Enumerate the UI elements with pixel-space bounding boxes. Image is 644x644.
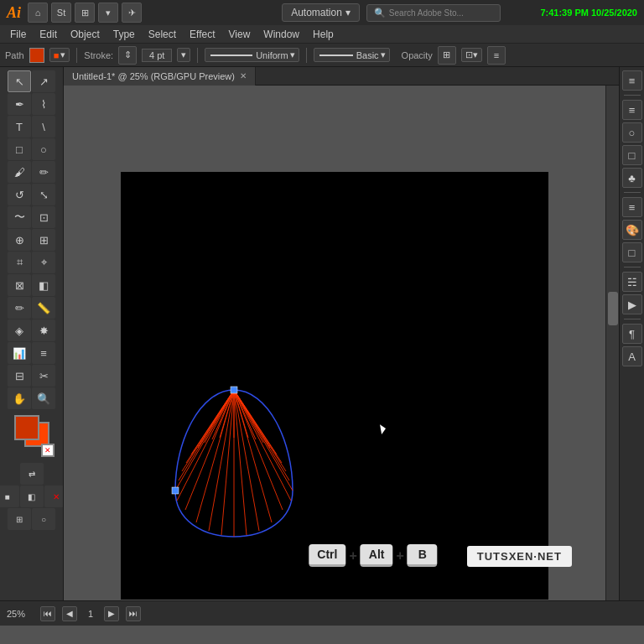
libraries-icon-btn[interactable]: St: [51, 3, 71, 23]
appearance-btn[interactable]: ≡: [622, 100, 642, 120]
column-graph-tool[interactable]: 📊: [8, 342, 31, 364]
measure-tool[interactable]: 📏: [32, 297, 55, 319]
stroke-panel-btn[interactable]: ≡: [622, 197, 642, 217]
perspective-select-tool[interactable]: ⌖: [32, 252, 55, 273]
grid-icon-btn[interactable]: ⊞: [438, 46, 456, 65]
color-panel-btn[interactable]: 🎨: [622, 220, 642, 240]
shape-builder-tool[interactable]: ⊕: [8, 229, 31, 251]
line-tool[interactable]: \: [32, 116, 55, 138]
bottom-bar: 25% ⏮ ◀ 1 ▶ ⏭: [0, 600, 644, 626]
menu-file[interactable]: File: [3, 27, 33, 42]
zoom-tool-btn[interactable]: 🔍: [32, 387, 55, 409]
plus-1: +: [349, 548, 356, 564]
v-scrollbar[interactable]: [605, 86, 619, 600]
first-page-btn[interactable]: ⏮: [40, 606, 55, 621]
curvature-tool[interactable]: ⌇: [32, 93, 55, 115]
home-icon-btn[interactable]: ⌂: [28, 3, 48, 23]
canvas-area[interactable]: Untitled-1* @ 25% (RGB/GPU Preview) ✕: [64, 67, 619, 600]
none-mode-btn[interactable]: ✕: [44, 486, 65, 507]
menu-view[interactable]: View: [222, 27, 257, 42]
fill-color[interactable]: [14, 415, 39, 440]
artboard-tool[interactable]: ⊟: [8, 365, 31, 387]
rp-sep-1: [624, 95, 641, 96]
pen-tool[interactable]: ✒: [8, 93, 31, 115]
slice-tool[interactable]: ✂: [32, 365, 55, 387]
screen-modes-btn[interactable]: ○: [32, 508, 55, 530]
menu-type[interactable]: Type: [106, 27, 142, 42]
direct-selection-tool[interactable]: ↗: [32, 70, 55, 92]
stroke-arrows[interactable]: ⇕: [118, 46, 137, 65]
opacity-label: Opacity: [402, 50, 433, 60]
next-page-btn[interactable]: ▶: [104, 606, 119, 621]
free-transform-tool[interactable]: ⊡: [32, 206, 55, 228]
svg-line-23: [185, 390, 234, 510]
view-toggle-btn[interactable]: ⊞: [75, 3, 95, 23]
type-tool[interactable]: T: [8, 116, 31, 138]
menu-help[interactable]: Help: [306, 27, 340, 42]
symbols-btn[interactable]: ♣: [622, 168, 642, 188]
selection-tool[interactable]: ↖: [8, 70, 31, 92]
gradient-tool[interactable]: ◧: [32, 274, 55, 296]
hand-tool[interactable]: ✋: [8, 387, 31, 409]
paragraph-btn[interactable]: ¶: [622, 324, 642, 344]
menu-object[interactable]: Object: [64, 27, 106, 42]
brushes-btn[interactable]: ☵: [622, 272, 642, 292]
alt-key: Alt: [361, 544, 393, 567]
ctrl-key: Ctrl: [309, 544, 345, 567]
menu-select[interactable]: Select: [142, 27, 183, 42]
arrange-btn[interactable]: ▾: [98, 3, 118, 23]
gradient-mode-btn[interactable]: ◧: [20, 486, 44, 507]
menu-edit[interactable]: Edit: [33, 27, 64, 42]
document-tab[interactable]: Untitled-1* @ 25% (RGB/GPU Preview) ✕: [64, 67, 256, 86]
last-page-btn[interactable]: ⏭: [126, 606, 141, 621]
scale-tool[interactable]: ⤡: [32, 184, 55, 205]
color-swatch-area[interactable]: ✕: [8, 413, 56, 457]
more-options-btn[interactable]: ≡: [487, 46, 506, 65]
live-paint-tool[interactable]: ⊞: [32, 229, 55, 251]
drawing-modes-btn[interactable]: ⊞: [8, 508, 31, 530]
main-area: ↖ ↗ ✒ ⌇ T \ □ ○ 🖌 ✏ ↺ ⤡ 〜 ⊡ ⊕ ⊞: [0, 67, 644, 600]
swap-colors-btn[interactable]: ⇄: [20, 463, 44, 485]
none-swatch[interactable]: ✕: [41, 444, 55, 457]
character-btn[interactable]: A: [622, 346, 642, 366]
fill-swatch[interactable]: [29, 48, 44, 63]
color-mode-btn[interactable]: ■: [0, 486, 19, 507]
v-scroll-thumb[interactable]: [608, 292, 618, 325]
fill-dropdown[interactable]: ■▾: [49, 48, 70, 62]
pathfinder-btn[interactable]: □: [622, 145, 642, 165]
prev-page-btn[interactable]: ◀: [62, 606, 77, 621]
blob-brush-tool[interactable]: ✏: [32, 161, 55, 183]
transform-btn[interactable]: ▶: [622, 294, 642, 314]
menu-window[interactable]: Window: [257, 27, 306, 42]
tab-close-btn[interactable]: ✕: [240, 71, 247, 80]
mesh-tool[interactable]: ⊠: [8, 274, 31, 296]
menu-effect[interactable]: Effect: [183, 27, 221, 42]
right-panel: ≡ ≡ ○ □ ♣ ≡ 🎨 □ ☵ ▶ ¶ A: [619, 67, 644, 600]
perspective-grid-tool[interactable]: ⌗: [8, 252, 31, 273]
eyedropper-tool[interactable]: ✏: [8, 297, 31, 319]
send-btn[interactable]: ✈: [122, 3, 142, 23]
bar-graph-tool[interactable]: ≡: [32, 342, 55, 364]
automation-dropdown[interactable]: Automation ▾: [282, 3, 360, 22]
stroke-value[interactable]: 4 pt: [142, 49, 172, 62]
plus-2: +: [396, 548, 403, 564]
uniform-dropdown[interactable]: Uniform▾: [205, 48, 299, 62]
stroke-dropdown[interactable]: ▾: [177, 48, 190, 62]
layers-panel-btn[interactable]: ≡: [622, 70, 642, 91]
blend-tool[interactable]: ◈: [8, 319, 31, 341]
options-bar: Path ■▾ Stroke: ⇕ 4 pt ▾ Uniform▾ Basic▾…: [0, 44, 644, 67]
rect-tool[interactable]: □: [8, 138, 31, 160]
rotate-tool[interactable]: ↺: [8, 184, 31, 205]
symbol-sprayer-tool[interactable]: ✸: [32, 319, 55, 341]
ellipse-btn[interactable]: ○: [622, 122, 642, 143]
rp-sep-2: [624, 192, 641, 193]
paintbrush-tool[interactable]: 🖌: [8, 161, 31, 183]
basic-dropdown[interactable]: Basic▾: [314, 48, 390, 62]
watermark: TUTSXEN·NET: [467, 546, 572, 567]
align-dropdown[interactable]: ⊡▾: [461, 48, 482, 62]
canvas-container[interactable]: Ctrl + Alt + B TUTSXEN·NET: [64, 86, 605, 600]
search-bar[interactable]: 🔍 Search Adobe Sto...: [366, 4, 501, 22]
swatches-btn[interactable]: □: [622, 242, 642, 262]
warp-tool[interactable]: 〜: [8, 206, 31, 228]
ellipse-tool[interactable]: ○: [32, 138, 55, 160]
